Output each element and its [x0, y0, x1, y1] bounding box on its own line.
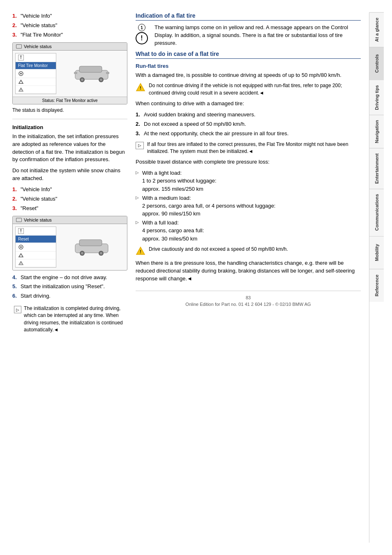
sidebar-tab-driving-tips[interactable]: Driving tips [369, 80, 384, 115]
travel-item-3: With a full load: 4 persons, cargo area … [136, 219, 361, 243]
init-list-2: 1. "Vehicle Info" 2. "Vehicle status" 3.… [12, 186, 127, 213]
list2-num-1: 1. [12, 186, 17, 194]
sidebar-tab-entertainment[interactable]: Entertainment [369, 148, 384, 189]
list2-text-1: "Vehicle Info" [21, 186, 52, 192]
step-4: 4. Start the engine – do not drive away. [12, 274, 127, 282]
cont-text-2: Do not exceed a speed of 50 mph/80 km/h. [144, 121, 246, 127]
step-text-5: Start the initialization using "Reset". [21, 283, 105, 289]
camera-icon-2 [18, 244, 24, 250]
vs-menu-flat-tire[interactable]: Flat Tire Monitor [16, 62, 56, 69]
page-container: 1. "Vehicle Info" 2. "Vehicle status" 3.… [0, 0, 392, 555]
play-icon-1: ▷ [14, 306, 21, 313]
vs-body-1: ! Flat Tire Monitor [13, 51, 127, 97]
travel-label-3: With a full load: [142, 220, 179, 226]
step-num-5: 5. [12, 283, 17, 291]
footer-copyright: Online Edition for Part no. 01 41 2 604 … [136, 302, 361, 307]
play-icon-note1: ▷ [136, 142, 144, 149]
list2-item-3: 3. "Reset" [12, 205, 127, 213]
svg-point-15 [21, 264, 21, 265]
list2-text-3: "Reset" [21, 205, 38, 211]
list-item-1: 1. "Vehicle Info" [12, 12, 127, 20]
vs-title-2: Vehicle status [24, 217, 52, 222]
screen-icon [16, 44, 22, 49]
section2-title: What to do in case of a flat tire [136, 51, 361, 59]
init-note-text: The initialization is completed during d… [24, 305, 126, 334]
section1-para: The warning lamps come on in yellow and … [154, 24, 361, 47]
car-svg-2 [73, 236, 110, 258]
note1-text: If all four tires are inflated to the co… [147, 141, 361, 155]
svg-point-1 [20, 73, 22, 74]
sidebar-tab-reference[interactable]: Reference [369, 269, 384, 302]
sidebar-tab-mobility[interactable]: Mobility [369, 236, 384, 269]
right-column: Indication of a flat tire 1 ! The warnin… [136, 12, 361, 543]
step-5: 5. Start the initialization using "Reset… [12, 283, 127, 291]
list-text-1: "Vehicle Info" [21, 13, 52, 19]
vs-title-bar-2: Vehicle status [13, 216, 127, 224]
tire-icon-wrapper: 1 ! The warning lamps come on in yellow … [136, 24, 361, 47]
list-item-3: 3. "Flat Tire Monitor" [12, 31, 127, 39]
vs-body-2: ! Reset [13, 224, 127, 270]
step-num-6: 6. [12, 292, 17, 300]
vs-car-image-1 [59, 53, 125, 94]
sidebar-tab-navigation[interactable]: Navigation [369, 115, 384, 148]
vs-menu2-top: ! [16, 227, 56, 236]
reset-label: Reset [18, 237, 29, 241]
vs-car-image-2 [59, 227, 125, 268]
warning-box-1: ! Do not continue driving if the vehicle… [136, 82, 361, 97]
vs-menu-1: ! Flat Tire Monitor [15, 53, 56, 94]
flat-tire-label: Flat Tire Monitor [18, 63, 48, 68]
warning2-text: Drive cautiously and do not exceed a spe… [149, 246, 288, 253]
travel-item-1: With a light load: 1 to 2 persons withou… [136, 169, 361, 193]
sidebar-tab-communications[interactable]: Communications [369, 189, 384, 236]
vs-menu-top-icons: ! [16, 53, 56, 62]
list-num-3: 3. [12, 31, 17, 39]
sidebar-tab-controls[interactable]: Controls [369, 47, 384, 80]
svg-point-19 [81, 252, 83, 254]
vehicle-status-box-1: Vehicle status ! Flat Tire Monitor [12, 42, 127, 104]
cont-text-1: Avoid sudden braking and steering maneuv… [144, 111, 256, 118]
svg-point-13 [20, 246, 22, 248]
sidebar-tab-at-a-glance[interactable]: At a glance [369, 12, 384, 47]
possible-travel-text: Possible travel distance with complete t… [136, 158, 361, 166]
travel-detail-3: 4 persons, cargo area full: [142, 227, 361, 234]
travel-detail-1: 1 to 2 persons without luggage: [142, 177, 361, 185]
warning-triangle-icon-2: ! [136, 246, 145, 256]
init-list-1: 1. "Vehicle Info" 2. "Vehicle status" 3.… [12, 12, 127, 39]
list2-item-1: 1. "Vehicle Info" [12, 186, 127, 194]
svg-text:!: ! [140, 250, 141, 254]
list-item-2: 2. "Vehicle status" [12, 22, 127, 30]
sidebar: At a glance Controls Driving tips Naviga… [369, 12, 384, 543]
travel-label-2: With a medium load: [142, 195, 191, 201]
arrow-icon-2 [18, 253, 24, 258]
init-para-1: In the initialization, the set inflation… [12, 133, 127, 164]
camera-icon [18, 71, 24, 76]
triangle-icon [18, 87, 24, 92]
vs-title-1: Vehicle status [24, 44, 52, 49]
page-number: 83 [136, 295, 361, 300]
main-content: 1. "Vehicle Info" 2. "Vehicle status" 3.… [0, 0, 392, 555]
cont-item-1: 1. Avoid sudden braking and steering man… [136, 111, 361, 119]
vs-menu2-icon4 [16, 259, 56, 267]
left-column: 1. "Vehicle Info" 2. "Vehicle status" 3.… [12, 12, 127, 543]
flat-tire-icon: 1 ! [136, 24, 148, 44]
final-para: When there is a tire pressure loss, the … [136, 259, 361, 283]
travel-label-1: With a light load: [142, 170, 182, 176]
svg-point-9 [100, 79, 102, 81]
svg-point-7 [81, 79, 83, 81]
warn-icon-small: ! [18, 228, 24, 234]
list-text-2: "Vehicle status" [21, 22, 57, 28]
caption-1: The status is displayed. [12, 107, 127, 114]
list2-num-2: 2. [12, 195, 17, 203]
vs-menu2-reset[interactable]: Reset [16, 236, 56, 243]
warning1-text: Do not continue driving if the vehicle i… [149, 82, 361, 97]
step-text-6: Start driving. [21, 293, 51, 299]
section2-subtitle: Run-flat tires [136, 63, 361, 69]
cont-item-3: 3. At the next opportunity, check the ai… [136, 130, 361, 138]
travel-value-3: approx. 30 miles/50 km [142, 235, 361, 243]
cont-num-1: 1. [136, 111, 140, 119]
tire-icon-excl: ! [136, 32, 148, 44]
svg-point-21 [100, 252, 102, 254]
vs-menu2-icon2 [16, 243, 56, 252]
step-6: 6. Start driving. [12, 292, 127, 300]
svg-rect-11 [106, 72, 109, 74]
